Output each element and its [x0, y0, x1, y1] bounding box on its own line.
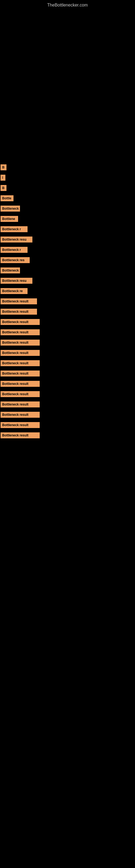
- bottleneck-item: l: [1, 175, 135, 181]
- bottleneck-item: Bottleneck result: [1, 319, 135, 325]
- bottleneck-item: Bottleneck result: [1, 309, 135, 315]
- bottleneck-item: Bottleneck result: [1, 412, 135, 418]
- bottleneck-label-11: Bottleneck: [1, 268, 20, 273]
- bottleneck-row-27: Bottleneck result: [1, 430, 135, 440]
- bottleneck-row-25: Bottleneck result: [1, 410, 135, 420]
- bottleneck-item: Bottleneck result: [1, 391, 135, 397]
- bottleneck-row-17: Bottleneck result: [1, 327, 135, 337]
- bottleneck-row-13: Bottleneck re: [1, 286, 135, 296]
- bottleneck-row-7: Bottleneck r: [1, 224, 135, 235]
- bottleneck-label-13: Bottleneck re: [1, 288, 28, 294]
- bottleneck-label-8: Bottleneck resu: [1, 237, 32, 243]
- bottleneck-item: Bottleneck result: [1, 329, 135, 335]
- bottleneck-row-24: Bottleneck result: [1, 399, 135, 410]
- bottleneck-row-6: Bottlene: [1, 214, 135, 224]
- bottleneck-item: Bottleneck result: [1, 381, 135, 387]
- bottleneck-row-12: Bottleneck resu: [1, 276, 135, 286]
- bottleneck-label-20: Bottleneck result: [1, 360, 40, 366]
- bottleneck-label-18: Bottleneck result: [1, 340, 40, 346]
- bottleneck-label-15: Bottleneck result: [1, 309, 37, 315]
- bottleneck-item: Bottleneck res: [1, 257, 135, 263]
- bottleneck-label-7: Bottleneck r: [1, 226, 28, 232]
- bottleneck-row-4: Bottle: [1, 193, 135, 204]
- bottleneck-label-3: B: [1, 185, 6, 191]
- bottleneck-item: Bottleneck result: [1, 422, 135, 428]
- bottleneck-item: Bottleneck result: [1, 350, 135, 356]
- bottleneck-item: Bottle: [1, 195, 135, 201]
- bottleneck-item: Bottleneck: [1, 206, 135, 212]
- bottleneck-row-18: Bottleneck result: [1, 337, 135, 348]
- bottleneck-item: Bottleneck r: [1, 247, 135, 253]
- bottleneck-row-1: B: [1, 162, 135, 173]
- bottleneck-label-12: Bottleneck resu: [1, 278, 32, 284]
- bottleneck-label-23: Bottleneck result: [1, 391, 40, 397]
- bottleneck-row-26: Bottleneck result: [1, 420, 135, 430]
- bottleneck-label-2: l: [1, 175, 5, 181]
- bottleneck-label-16: Bottleneck result: [1, 319, 40, 325]
- bottleneck-row-22: Bottleneck result: [1, 379, 135, 389]
- bottleneck-label-9: Bottleneck r: [1, 247, 28, 253]
- bottleneck-item: B: [1, 185, 135, 191]
- bottleneck-row-2: l: [1, 173, 135, 183]
- bottleneck-row-8: Bottleneck resu: [1, 235, 135, 245]
- bottleneck-row-23: Bottleneck result: [1, 389, 135, 399]
- bottleneck-item: B: [1, 164, 135, 170]
- bottleneck-item: Bottleneck re: [1, 288, 135, 294]
- bottleneck-label-5: Bottleneck: [1, 206, 20, 212]
- bottleneck-item: Bottleneck result: [1, 360, 135, 366]
- bottleneck-label-27: Bottleneck result: [1, 432, 40, 438]
- bottleneck-label-4: Bottle: [1, 195, 13, 201]
- bottleneck-row-11: Bottleneck: [1, 265, 135, 276]
- bottleneck-item: Bottleneck result: [1, 432, 135, 438]
- bottleneck-label-19: Bottleneck result: [1, 350, 40, 356]
- top-black-area: [0, 10, 135, 162]
- bottleneck-label-24: Bottleneck result: [1, 401, 40, 407]
- bottleneck-row-10: Bottleneck res: [1, 255, 135, 265]
- bottleneck-row-3: B: [1, 183, 135, 193]
- bottleneck-row-21: Bottleneck result: [1, 368, 135, 379]
- bottleneck-row-16: Bottleneck result: [1, 317, 135, 327]
- bottleneck-label-22: Bottleneck result: [1, 381, 40, 387]
- bottleneck-label-14: Bottleneck result: [1, 299, 37, 304]
- bottleneck-item: Bottleneck result: [1, 371, 135, 376]
- site-title-bar: TheBottlenecker.com: [0, 0, 135, 10]
- bottleneck-label-21: Bottleneck result: [1, 371, 40, 376]
- bottleneck-items-container: BlBBottleBottleneckBottleneBottleneck rB…: [0, 162, 135, 440]
- bottleneck-item: Bottleneck: [1, 268, 135, 273]
- bottleneck-item: Bottleneck resu: [1, 237, 135, 243]
- bottleneck-item: Bottleneck resu: [1, 278, 135, 284]
- bottleneck-label-26: Bottleneck result: [1, 422, 40, 428]
- bottleneck-item: Bottleneck result: [1, 401, 135, 407]
- bottleneck-item: Bottlene: [1, 216, 135, 222]
- bottleneck-label-1: B: [1, 164, 6, 170]
- site-title: TheBottlenecker.com: [0, 0, 135, 10]
- bottleneck-row-9: Bottleneck r: [1, 245, 135, 255]
- bottleneck-row-5: Bottleneck: [1, 204, 135, 214]
- bottleneck-row-14: Bottleneck result: [1, 296, 135, 307]
- bottleneck-item: Bottleneck result: [1, 340, 135, 346]
- bottleneck-label-17: Bottleneck result: [1, 329, 40, 335]
- bottleneck-label-10: Bottleneck res: [1, 257, 30, 263]
- bottleneck-row-19: Bottleneck result: [1, 348, 135, 358]
- bottleneck-item: Bottleneck result: [1, 299, 135, 304]
- bottleneck-label-25: Bottleneck result: [1, 412, 40, 418]
- bottleneck-row-15: Bottleneck result: [1, 307, 135, 317]
- bottleneck-label-6: Bottlene: [1, 216, 18, 222]
- bottleneck-row-20: Bottleneck result: [1, 358, 135, 368]
- bottleneck-item: Bottleneck r: [1, 226, 135, 232]
